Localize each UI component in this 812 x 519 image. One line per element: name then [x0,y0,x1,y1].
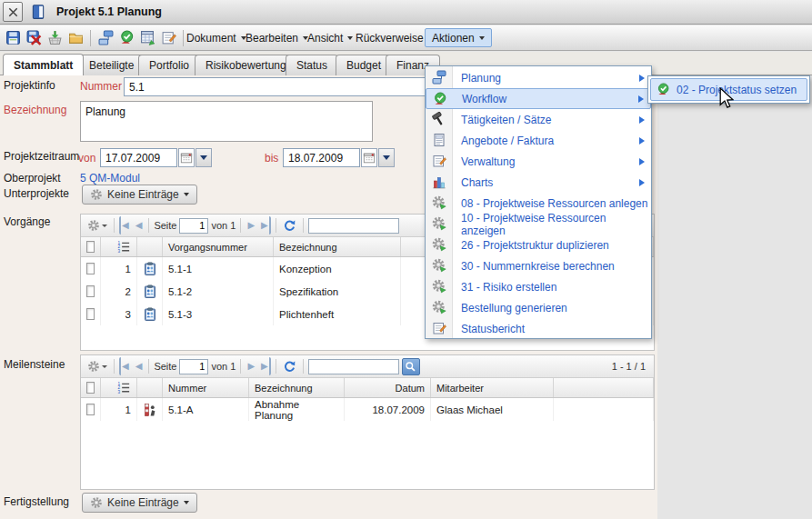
vorgaenge-label: Vorgänge [4,215,50,228]
bis-calendar-button[interactable] [361,148,377,167]
menu-item-10-ressourcen-anzeigen[interactable]: 10 - Projektweise Ressourcen anzeigen [426,214,651,235]
search-button[interactable] [402,358,420,375]
last-page-button[interactable]: ▶ [259,357,271,375]
menu-item-label: Workflow [462,93,506,105]
hammer-icon [432,112,446,126]
open-folder-button[interactable] [65,27,85,48]
tab-status[interactable]: Status [286,55,338,75]
column-header-datum[interactable]: Datum [345,378,431,397]
aktionen-dropdown-menu: Planung Workflow Tätigkeiten / Sätze Ang… [425,65,652,339]
next-page-button[interactable]: ▶ [246,357,256,375]
first-page-button[interactable]: ◀ [119,216,131,235]
page-number-input[interactable] [179,218,208,234]
structure-button[interactable] [95,27,115,48]
row-checkbox[interactable] [86,308,95,320]
menu-aktionen[interactable]: Aktionen [425,28,492,47]
submenu-arrow-icon [639,137,645,145]
row-checkbox[interactable] [86,285,95,297]
row-index: 3 [101,303,137,325]
menu-item-angebote[interactable]: Angebote / Faktura [426,130,651,151]
select-all-checkbox[interactable] [86,382,95,394]
last-page-button[interactable]: ▶ [259,216,271,235]
report-table-icon [140,30,155,45]
save-button[interactable] [3,27,23,48]
vorgaenge-search-input[interactable] [308,218,399,234]
grid-actions-button[interactable] [85,357,109,375]
edit-note-button[interactable] [158,27,178,48]
nummer-label: Nummer [80,80,122,93]
tab-risikobewertung[interactable]: Risikobewertung [195,55,297,75]
gear-icon [90,188,103,201]
report-button[interactable] [137,27,157,48]
oberprojekt-link[interactable]: 5 QM-Modul [80,172,140,185]
bis-dropdown-button[interactable] [378,148,395,167]
row-checkbox[interactable] [86,263,95,274]
refresh-icon [283,219,296,233]
menu-item-label: Verwaltung [461,155,515,168]
von-dropdown-button[interactable] [195,148,212,167]
grid-actions-button[interactable] [85,216,109,235]
fertigstellung-button[interactable]: Keine Einträge [82,493,197,513]
table-row[interactable]: 1 5.1-A Abnahme Planung 18.07.2009 Glaas… [81,398,654,421]
page-count-label: von 1 [211,220,236,231]
toolbar-separator [114,218,115,233]
row-checkbox[interactable] [86,404,95,415]
menu-item-26-projektstruktur[interactable]: 26 - Projektstruktur duplizieren [426,235,651,255]
unterprojekte-button[interactable]: Keine Einträge [82,185,197,205]
edit-note-icon [432,154,446,168]
menu-item-taetigkeiten[interactable]: Tätigkeiten / Sätze [426,109,651,130]
tab-beteiligte[interactable]: Beteiligte [78,55,145,75]
menu-item-label: Statusbericht [461,323,525,335]
toolbar-separator [240,218,241,233]
cell-bezeichnung: Abnahme Planung [249,398,345,421]
column-header-bezeichnung[interactable]: Bezeichnung [274,237,401,256]
first-page-button[interactable]: ◀ [119,357,131,375]
next-page-button[interactable]: ▶ [246,216,256,235]
select-all-checkbox[interactable] [86,241,95,253]
page-number-input[interactable] [179,359,208,374]
close-button[interactable] [3,2,23,22]
tab-portfolio[interactable]: Portfolio [138,55,200,75]
menu-item-workflow[interactable]: Workflow [426,88,651,109]
column-header-bezeichnung[interactable]: Bezeichnung [249,378,345,397]
menu-item-statusbericht[interactable]: Statusbericht [426,318,651,339]
prev-page-button[interactable]: ◀ [134,357,145,375]
prev-page-button[interactable]: ◀ [134,216,145,235]
bis-date-input[interactable] [283,148,360,167]
row-number-header[interactable] [101,237,137,256]
meilensteine-search-input[interactable] [308,359,399,374]
oberprojekt-label: Oberprojekt [4,172,61,185]
workflow-button[interactable] [116,27,136,48]
refresh-button[interactable] [281,357,298,375]
save-delete-icon [26,30,42,45]
column-header-nummer[interactable]: Nummer [163,378,249,397]
prev-page-icon: ◀ [135,221,143,230]
tab-label: Portfolio [149,59,189,72]
delete-button[interactable] [24,27,44,48]
tab-stammblatt[interactable]: Stammblatt [3,54,84,75]
tab-budget[interactable]: Budget [336,55,392,75]
gear-icon [87,219,100,232]
menu-item-verwaltung[interactable]: Verwaltung [426,151,651,172]
chevron-down-icon [383,155,390,160]
von-calendar-button[interactable] [178,148,195,167]
menu-item-charts[interactable]: Charts [426,172,651,193]
menu-item-planung[interactable]: Planung [426,67,651,88]
menu-item-bestellung[interactable]: Bestellung generieren [426,297,651,318]
menu-item-31-risiko[interactable]: 31 - Risiko erstellen [426,276,651,297]
column-header-vorgangsnummer[interactable]: Vorgangsnummer [163,237,274,256]
submenu-arrow-icon [639,116,645,124]
refresh-button[interactable] [281,216,298,235]
row-number-header[interactable] [101,378,137,397]
menu-item-30-nummernkreise[interactable]: 30 - Nummernkreise berechnen [426,255,651,276]
last-page-icon: ▶ [261,362,268,371]
gear-icon [90,496,103,509]
toolbar-separator [90,30,91,46]
form-area: Projektinfo Nummer Bezeichnung Planung P… [0,75,812,519]
von-date-input[interactable] [100,148,177,167]
vorgang-clipboard-icon [143,307,157,322]
import-button[interactable] [45,27,65,48]
column-header-mitarbeiter[interactable]: Mitarbeiter [431,378,554,397]
bezeichnung-textarea[interactable]: Planung [80,101,373,142]
gear-run-icon [432,195,446,210]
